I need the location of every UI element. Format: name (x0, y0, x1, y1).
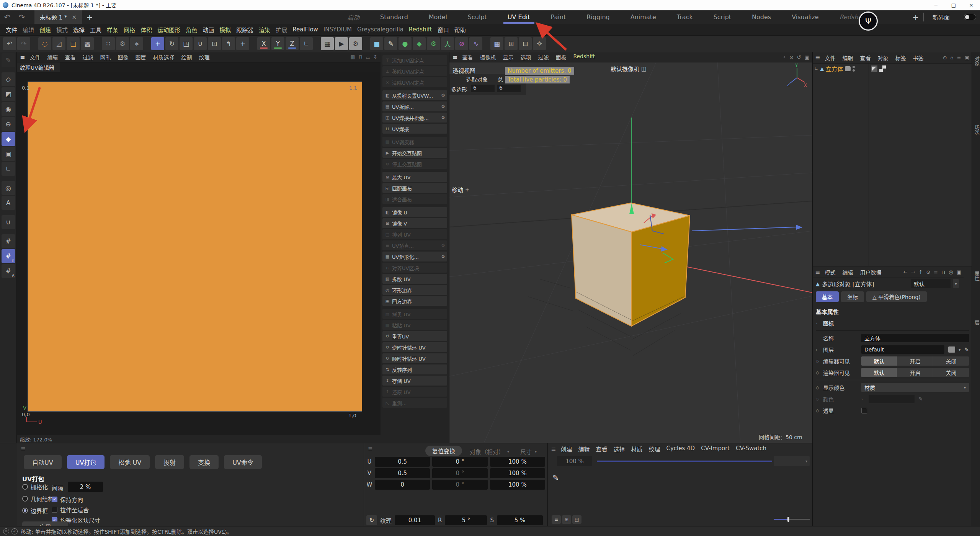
check-拉伸至适合[interactable]: 拉伸至适合 (52, 506, 89, 514)
menu-渲染[interactable]: 渲染 (256, 26, 273, 34)
cmd-cycle-uv-cw[interactable]: ↻顺时针循环 UV (382, 353, 447, 363)
display-color-dropdown[interactable]: 材质 ▾ (861, 383, 969, 392)
vp-menu-选项[interactable]: 选项 (520, 53, 531, 61)
forward-icon[interactable]: → (911, 269, 915, 275)
object-row[interactable]: ∟ ▲ 立方体 (813, 64, 972, 74)
cmd-ring-boundary[interactable]: ◎环形边界 (382, 285, 447, 295)
editor-visible-关闭[interactable]: 关闭 (933, 356, 969, 366)
key-icon[interactable]: ◇ (816, 385, 821, 390)
vp-menu-面板[interactable]: 面板 (555, 53, 566, 61)
side-tab-layers[interactable]: 层 (973, 320, 980, 325)
add-pen-icon[interactable]: ✎ (384, 37, 397, 50)
live-selection-icon[interactable]: ◌ (38, 37, 51, 50)
light-st-icon[interactable]: ☼ (533, 37, 546, 50)
maximize-button[interactable]: □ (945, 0, 962, 10)
add-primitive-icon[interactable]: ◆ (413, 37, 426, 50)
polygon-mode-icon[interactable]: ◆ (2, 132, 15, 146)
cmd-uv-weld[interactable]: ⊔UV焊接 (382, 124, 447, 134)
checkbox-icon[interactable] (52, 507, 57, 513)
lock-y-icon[interactable]: Y (271, 37, 284, 50)
attr-menu-模式[interactable]: 模式 (825, 268, 835, 276)
pack-tab-投射[interactable]: 投射 (155, 455, 184, 469)
undo-icon[interactable]: ↶ (0, 10, 15, 24)
uv-menu-查看[interactable]: 查看 (65, 53, 75, 61)
add-cube-icon[interactable]: ■ (370, 37, 383, 50)
key-icon[interactable]: ◇ (816, 359, 821, 364)
back-icon[interactable]: ← (903, 269, 908, 275)
name-input[interactable]: 立方体 (861, 334, 969, 342)
redo-icon[interactable]: ↷ (17, 37, 30, 50)
layout-tab-nodes[interactable]: Nodes (742, 10, 781, 24)
grid-workplane-icon[interactable]: # (2, 234, 15, 248)
layout-tab-visualize[interactable]: Visualize (781, 10, 829, 24)
slider-knob[interactable] (787, 517, 789, 522)
menu-体积[interactable]: 体积 (138, 26, 155, 34)
cmd-uv-weld-relax[interactable]: ◫UV焊接并松弛...⚙ (382, 113, 447, 123)
render-visible-关闭[interactable]: 关闭 (933, 368, 969, 377)
attr-tab-基本[interactable]: 基本 (816, 291, 839, 302)
spacing-input[interactable]: 2 % (68, 482, 103, 492)
editor-visible-默认[interactable]: 默认 (861, 356, 897, 366)
menu-网格[interactable]: 网格 (121, 26, 138, 34)
axis-gizmo[interactable]: Y Z X (786, 63, 807, 87)
home-icon[interactable]: ⌂ (951, 55, 954, 60)
layout-tab-paint[interactable]: Paint (541, 10, 577, 24)
uv-menu-文件[interactable]: 文件 (29, 53, 40, 61)
om-menu-书签[interactable]: 书签 (913, 54, 923, 62)
search-icon[interactable]: ⊙ (926, 269, 930, 275)
layout-tab-model[interactable]: Model (418, 10, 457, 24)
radio-icon[interactable] (22, 496, 28, 502)
burger-icon[interactable]: ≡ (368, 445, 373, 452)
vp-menu-过滤[interactable]: 过滤 (538, 53, 549, 61)
side-tab-attributes[interactable]: 属性 (973, 271, 980, 281)
mat-menu-创建[interactable]: 创建 (560, 445, 572, 453)
cmd-mirror-u[interactable]: ◧镜像 U (382, 207, 447, 217)
gear-icon[interactable]: ⚙ (441, 243, 445, 248)
checkbox-icon[interactable]: ✓ (52, 497, 57, 502)
uv-menu-纹理[interactable]: 纹理 (199, 53, 209, 61)
cmd-match-canvas[interactable]: ◱匹配画布 (382, 183, 447, 193)
coords-size-dropdown[interactable]: 尺寸 ▾ (520, 448, 537, 456)
gear-icon[interactable]: ⚙ (441, 93, 445, 98)
layout-tab-sculpt[interactable]: Sculpt (457, 10, 497, 24)
menu-窗口[interactable]: 窗口 (435, 26, 452, 34)
cmd-invert-sequence[interactable]: ⇅反转序列 (382, 364, 447, 374)
texture-mode-icon[interactable]: ◩ (2, 87, 15, 101)
attr-tab-平滑着色(Phong)[interactable]: △ 平滑着色(Phong) (866, 291, 927, 302)
uv-canvas[interactable]: 0,1 1,1 0,0 1,0 V U (17, 72, 381, 435)
move-tool-icon[interactable]: + (151, 37, 164, 50)
layer-pick-icon[interactable]: ✎ (964, 346, 969, 353)
menu-动画[interactable]: 动画 (200, 26, 217, 34)
menu-RealFlow[interactable]: RealFlow (290, 26, 321, 33)
preset-dropdown[interactable]: 默认 (911, 279, 951, 288)
camera-st2-icon[interactable]: ⊟ (519, 37, 532, 50)
uv-menu-材质选择[interactable]: 材质选择 (153, 53, 174, 61)
object-name[interactable]: 立方体 (826, 65, 843, 73)
gear-icon[interactable]: ⚙ (441, 104, 445, 109)
material-size-slider[interactable] (774, 519, 810, 520)
snap-settings-icon[interactable]: ⚙ (116, 37, 129, 50)
render-visible-默认[interactable]: 默认 (861, 368, 897, 377)
gear-icon[interactable]: ⚙ (441, 115, 445, 120)
coords-mode-dropdown[interactable]: 对象（相对） ▾ (470, 448, 509, 456)
add-deformer-icon[interactable]: ⊘ (455, 37, 468, 50)
rotate-step-input[interactable]: 5 ° (445, 515, 487, 525)
uv-menu-图像[interactable]: 图像 (118, 53, 128, 61)
redo-icon[interactable]: ↷ (15, 10, 29, 24)
cmd-projection-uvw[interactable]: ◧从投射设置UVW...⚙ (382, 90, 447, 100)
cmd-start-interactive-mapping[interactable]: ▶开始交互贴图 (382, 148, 447, 158)
cmd-uv-rectangularize[interactable]: ▦UV矩形化...⚙ (382, 252, 447, 261)
viewport-view[interactable]: 透视视图 默认摄像机 ◫ Number of emitters: 0 Total… (449, 62, 812, 443)
icon-row[interactable]: › 图标 (816, 317, 969, 329)
page-view-icon[interactable]: ▤ (572, 515, 581, 524)
popout-icon[interactable]: ▣ (965, 55, 969, 60)
camera-icon[interactable]: ◫ (641, 65, 647, 72)
interface-toggle[interactable] (964, 14, 976, 20)
radio-栅格化[interactable]: 栅格化 (22, 483, 48, 491)
annotation-mode-icon[interactable]: A (2, 196, 15, 210)
layout-tab-uv-edit[interactable]: UV Edit (497, 10, 541, 24)
tab-close-icon[interactable]: × (72, 14, 77, 21)
burger-icon[interactable]: ≡ (815, 54, 820, 61)
reset-transform-button[interactable]: 复位变换 (425, 446, 462, 456)
model-mode-icon[interactable]: ◇ (2, 72, 15, 86)
